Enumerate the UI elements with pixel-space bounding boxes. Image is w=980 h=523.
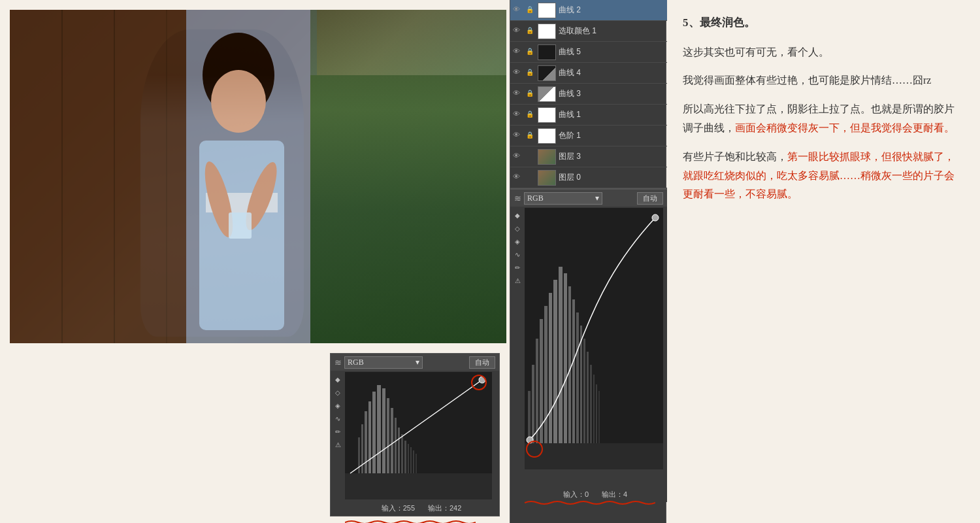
svg-rect-65 [598,391,600,443]
svg-rect-60 [583,339,585,443]
eye-icon-curve1[interactable]: 👁 [513,110,523,120]
layer-row-layer3[interactable]: 👁 🔒 图层 3 [510,146,667,167]
layer-row-selective1[interactable]: 👁 🔒 选取颜色 1 [510,21,667,42]
eyedropper-gray-icon[interactable]: ◇ [332,386,344,398]
eyedropper-dark-icon[interactable]: ◆ [332,373,344,385]
para4: 有些片子饱和比较高，第一眼比较抓眼球，但很快就腻了，就跟吃红烧肉似的，吃太多容易… [683,148,964,204]
svg-rect-3 [310,75,506,343]
eye-icon-layer3[interactable]: 👁 [513,152,523,162]
curve-toolbar-bottom: ◆ ◇ ◈ ∿ ✏ ⚠ [332,373,344,450]
thumb-curve3 [538,86,556,102]
curve-header-right: ≋ RGB ▾ 自动 [510,190,667,207]
input-value-bottom: 255 [403,504,415,512]
svg-rect-51 [544,306,547,443]
red-circle-shadow [526,441,543,458]
eye-icon-curve5[interactable]: 👁 [513,47,523,58]
warning-icon: ⚠ [332,439,344,450]
thumb-curve5 [538,44,556,60]
layer-name-curve3: 曲线 3 [559,88,581,99]
layer-name-selective1: 选取颜色 1 [559,25,596,37]
lock-icon-curve4: 🔒 [526,69,535,78]
layer-row-curve2[interactable]: 👁 🔒 曲线 2 [510,0,667,21]
eye-icon-layer0[interactable]: 👁 [513,173,523,183]
curve-canvas-bottom [345,372,492,499]
curve-icon-right: ≋ [514,194,521,203]
para1: 这步其实也可有可无，看个人。 [683,43,964,62]
svg-rect-47 [528,391,531,443]
thumb-curve1 [538,107,556,123]
svg-rect-1 [10,10,186,343]
layer-row-layer0[interactable]: 👁 🔒 图层 0 [510,167,667,188]
eyedropper-gray-icon-r[interactable]: ◇ [512,222,523,234]
lock-icon-curve5: 🔒 [526,48,535,57]
layer-name-curve5: 曲线 5 [559,46,581,58]
eyedropper-light-icon[interactable]: ◈ [332,399,344,411]
layer-row-curve4[interactable]: 👁 🔒 曲线 4 [510,63,667,84]
output-label-bottom: 输出： [428,504,449,512]
svg-rect-26 [377,385,381,473]
curve-header-bottom: ≋ RGB ▾ 自动 [331,354,499,371]
svg-rect-52 [549,293,552,443]
para2: 我觉得画面整体有些过艳，也可能是胶片情结……囧rz [683,71,964,90]
layer-row-levels1[interactable]: 👁 🔒 色阶 1 [510,126,667,146]
pencil-icon[interactable]: ✏ [332,426,344,437]
eyedropper-dark-icon-r[interactable]: ◆ [512,209,523,221]
svg-rect-22 [361,424,363,473]
svg-rect-37 [416,454,417,473]
svg-rect-34 [408,444,409,473]
curve-auto-btn-bottom[interactable]: 自动 [469,356,495,369]
eye-icon-curve2[interactable]: 👁 [513,5,523,16]
para3: 所以高光往下拉了点，阴影往上拉了点。也就是所谓的胶片调子曲线，画面会稍微变得灰一… [683,100,964,138]
layer-name-layer0: 图层 0 [559,172,581,183]
svg-rect-55 [564,273,567,443]
svg-rect-61 [587,352,589,443]
lock-icon-curve1: 🔒 [526,110,535,120]
warning-icon-r: ⚠ [512,275,523,286]
curve-edit-icon[interactable]: ∿ [332,413,344,424]
eye-icon-levels1[interactable]: 👁 [513,131,523,141]
curve-channel-right[interactable]: RGB ▾ [524,192,602,205]
svg-rect-30 [395,418,397,473]
svg-rect-63 [593,375,595,443]
svg-rect-62 [590,365,592,443]
svg-rect-23 [365,411,367,473]
curve-edit-icon-r[interactable]: ∿ [512,248,523,260]
eyedropper-light-icon-r[interactable]: ◈ [512,235,523,247]
layer-row-curve1[interactable]: 👁 🔒 曲线 1 [510,105,667,126]
pencil-icon-r[interactable]: ✏ [512,262,523,273]
input-label-bottom: 输入： [382,504,403,512]
eye-icon-selective1[interactable]: 👁 [513,26,523,37]
thumb-selective1 [538,24,556,39]
svg-rect-28 [387,398,389,473]
layer-row-curve5[interactable]: 👁 🔒 曲线 5 [510,42,667,63]
middle-panel: 👁 🔒 曲线 2 👁 🔒 选取颜色 1 👁 🔒 曲线 5 👁 🔒 曲线 4 👁 … [510,0,666,523]
curve-panel-bottom: ≋ RGB ▾ 自动 ◆ ◇ ◈ ∿ ✏ ⚠ [330,353,500,516]
layer-row-curve3[interactable]: 👁 🔒 曲线 3 [510,84,667,105]
curve-icon-bottom: ≋ [335,358,342,367]
curve-values-bottom: 输入：255 输出：242 [345,502,498,515]
red-squiggle-bottom [345,517,476,523]
eye-icon-curve4[interactable]: 👁 [513,68,523,78]
main-photo [10,10,506,343]
svg-rect-57 [572,299,575,443]
red-circle-highlight [471,375,487,390]
layer-name-layer3: 图层 3 [559,151,581,162]
svg-rect-35 [410,447,412,473]
svg-rect-48 [532,365,534,443]
lock-icon-curve3: 🔒 [526,90,535,99]
lock-icon-levels1: 🔒 [526,131,535,141]
para3-red: 画面会稍微变得灰一下，但是我觉得会更耐看。 [735,122,955,133]
thumb-layer0 [538,170,556,186]
svg-rect-31 [398,428,400,473]
curves-panel-right: ≋ RGB ▾ 自动 ◆ ◇ ◈ ∿ ✏ ⚠ [510,188,667,502]
lock-icon-curve2: 🔒 [526,6,535,15]
layers-panel: 👁 🔒 曲线 2 👁 🔒 选取颜色 1 👁 🔒 曲线 5 👁 🔒 曲线 4 👁 … [510,0,667,188]
curve-channel-bottom[interactable]: RGB ▾ [344,356,423,369]
layer-name-levels1: 色阶 1 [559,130,581,141]
channel-label-bottom: RGB [348,358,364,367]
lock-icon-selective1: 🔒 [526,27,535,36]
curve-auto-btn-right[interactable]: 自动 [637,192,663,205]
svg-rect-13 [229,212,252,239]
eye-icon-curve3[interactable]: 👁 [513,89,523,99]
svg-rect-24 [368,401,371,473]
